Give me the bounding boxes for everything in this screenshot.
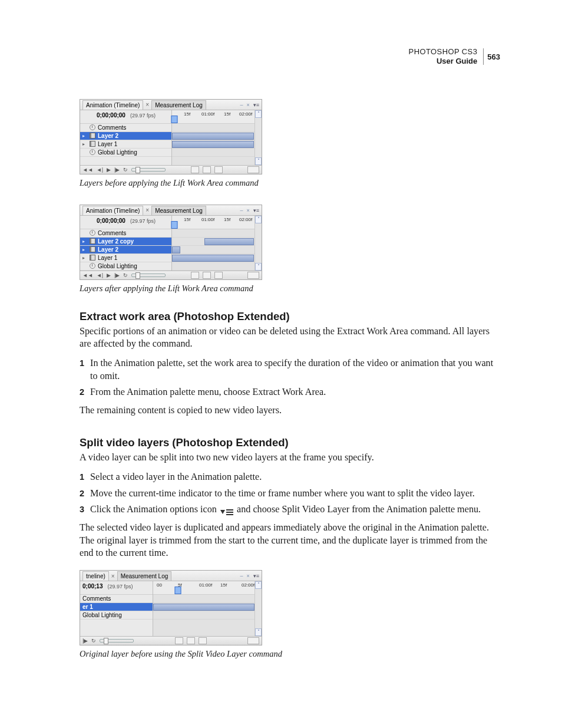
row-global-lighting[interactable]: Global Lighting bbox=[80, 611, 153, 620]
row-layer-1[interactable]: ▸ Layer 1 bbox=[80, 254, 171, 262]
track-layer-1[interactable] bbox=[172, 254, 254, 262]
trash-icon[interactable] bbox=[214, 272, 223, 279]
track-layer-2[interactable] bbox=[172, 132, 254, 140]
page-header: PHOTOSHOP CS3 User Guide 563 bbox=[80, 47, 500, 67]
window-minimize-icon[interactable]: – bbox=[239, 207, 244, 213]
row-global-lighting[interactable]: Global Lighting bbox=[80, 262, 171, 271]
track-layer-1[interactable] bbox=[153, 603, 254, 611]
trash-icon[interactable] bbox=[214, 166, 223, 173]
clip-layer-2[interactable] bbox=[172, 246, 180, 253]
play-icon[interactable]: ▶ bbox=[107, 272, 111, 278]
track-layer-2-copy[interactable] bbox=[172, 238, 254, 246]
row-layer-1[interactable]: er 1 bbox=[80, 603, 153, 611]
tab-animation-timeline[interactable]: Animation (Timeline) bbox=[82, 206, 143, 215]
clip-layer-1[interactable] bbox=[153, 604, 254, 611]
track-comments bbox=[172, 229, 254, 238]
window-minimize-icon[interactable]: – bbox=[239, 573, 244, 579]
tab-close-icon[interactable]: × bbox=[109, 573, 117, 579]
step-forward-icon[interactable]: |▶ bbox=[114, 167, 120, 173]
ruler-tick: 15f bbox=[184, 217, 190, 222]
panel-menu-icon[interactable]: ▾≡ bbox=[252, 207, 260, 213]
toolbar-button[interactable] bbox=[191, 166, 199, 173]
zoom-slider[interactable] bbox=[131, 168, 166, 172]
toolbar-button[interactable] bbox=[203, 166, 211, 173]
playhead[interactable] bbox=[171, 221, 178, 229]
row-layer-2[interactable]: ▸ Layer 2 bbox=[80, 132, 171, 140]
trash-icon[interactable] bbox=[199, 637, 207, 644]
loop-icon[interactable]: ↻ bbox=[123, 272, 128, 278]
tab-measurement-log[interactable]: Measurement Log bbox=[151, 206, 206, 215]
convert-to-frame-icon[interactable] bbox=[247, 166, 259, 173]
current-time-display: 0;00;00;00 (29.97 fps) bbox=[80, 216, 171, 229]
toolbar-button[interactable] bbox=[191, 272, 199, 279]
row-layer-2[interactable]: ▸ Layer 2 bbox=[80, 246, 171, 254]
steps-list: 1Select a video layer in the Animation p… bbox=[80, 471, 500, 516]
row-global-lighting[interactable]: Global Lighting bbox=[80, 149, 171, 157]
clip-layer-1[interactable] bbox=[172, 141, 254, 148]
row-comments[interactable]: Comments bbox=[80, 595, 153, 603]
window-close-icon[interactable]: × bbox=[245, 573, 250, 579]
step-forward-icon[interactable]: |▶ bbox=[114, 272, 120, 278]
ruler-tick: 15f bbox=[224, 111, 230, 117]
heading-split-video-layers: Split video layers (Photoshop Extended) bbox=[80, 436, 500, 449]
figure-caption: Layers after applying the Lift Work Area… bbox=[80, 284, 500, 294]
step-forward-icon[interactable]: |▶ bbox=[82, 638, 88, 644]
tab-measurement-log[interactable]: Measurement Log bbox=[117, 571, 172, 581]
window-close-icon[interactable]: × bbox=[245, 207, 250, 213]
toolbar-button[interactable] bbox=[187, 637, 195, 644]
row-comments[interactable]: Comments bbox=[80, 229, 171, 238]
film-icon bbox=[90, 238, 95, 244]
scroll-down-icon[interactable]: ˅ bbox=[255, 263, 262, 271]
track-global-lighting bbox=[172, 262, 254, 271]
window-close-icon[interactable]: × bbox=[245, 102, 250, 108]
scroll-up-icon[interactable]: ˄ bbox=[255, 581, 262, 589]
panel-toolbar: |▶ ↻ bbox=[80, 636, 262, 645]
scroll-down-icon[interactable]: ˅ bbox=[255, 157, 262, 165]
step-back-icon[interactable]: ◄| bbox=[97, 272, 103, 278]
scroll-down-icon[interactable]: ˅ bbox=[255, 628, 262, 636]
tab-measurement-log[interactable]: Measurement Log bbox=[151, 100, 206, 110]
panel-menu-icon[interactable]: ▾≡ bbox=[252, 573, 260, 579]
clip-layer-2-copy[interactable] bbox=[204, 238, 254, 245]
rewind-icon[interactable]: ◄◄ bbox=[82, 272, 93, 278]
figure-split-before: tneline) × Measurement Log – × ▾≡ 0;00;1… bbox=[80, 570, 500, 659]
loop-icon[interactable]: ↻ bbox=[123, 167, 128, 173]
timeline-ruler[interactable]: 15f 01:00f 15f 02:00f bbox=[172, 216, 254, 229]
clip-layer-1[interactable] bbox=[172, 255, 254, 262]
track-layer-2[interactable] bbox=[172, 246, 254, 254]
ruler-tick: 15f bbox=[184, 111, 190, 117]
timeline-ruler[interactable]: 00 5f 01:00f 15f 02:00f bbox=[153, 581, 254, 595]
scrollbar-vertical[interactable]: ˄ ˅ bbox=[254, 216, 262, 271]
tab-animation-timeline[interactable]: tneline) bbox=[82, 571, 109, 581]
playhead[interactable] bbox=[171, 116, 178, 123]
step-back-icon[interactable]: ◄| bbox=[97, 167, 103, 173]
toolbar-button[interactable] bbox=[175, 637, 183, 644]
zoom-slider[interactable] bbox=[131, 274, 166, 277]
clip-layer-2[interactable] bbox=[172, 133, 254, 140]
zoom-slider[interactable] bbox=[100, 639, 134, 643]
row-layer-1[interactable]: ▸ Layer 1 bbox=[80, 140, 171, 149]
tab-close-icon[interactable]: × bbox=[143, 101, 151, 108]
panel-menu-icon[interactable]: ▾≡ bbox=[252, 102, 260, 108]
track-comments bbox=[153, 595, 254, 603]
ruler-tick: 01:00f bbox=[199, 582, 212, 588]
row-layer-2-copy[interactable]: ▸ Layer 2 copy bbox=[80, 238, 171, 246]
loop-icon[interactable]: ↻ bbox=[91, 638, 96, 644]
scrollbar-vertical[interactable]: ˄ ˅ bbox=[254, 110, 262, 165]
convert-to-frame-icon[interactable] bbox=[247, 637, 259, 644]
toolbar-button[interactable] bbox=[203, 272, 211, 279]
scrollbar-vertical[interactable]: ˄ ˅ bbox=[254, 581, 262, 636]
tab-animation-timeline[interactable]: Animation (Timeline) bbox=[82, 100, 143, 110]
rewind-icon[interactable]: ◄◄ bbox=[82, 167, 93, 173]
window-minimize-icon[interactable]: – bbox=[239, 102, 244, 108]
step-2: 2Move the current-time indicator to the … bbox=[80, 487, 500, 500]
scroll-up-icon[interactable]: ˄ bbox=[255, 110, 262, 118]
play-icon[interactable]: ▶ bbox=[107, 167, 111, 173]
tab-close-icon[interactable]: × bbox=[143, 207, 151, 213]
convert-to-frame-icon[interactable] bbox=[247, 272, 259, 279]
step-3: 3 Click the Animation options icon and c… bbox=[80, 503, 500, 516]
timeline-ruler[interactable]: 15f 01:00f 15f 02:00f bbox=[172, 110, 254, 124]
scroll-up-icon[interactable]: ˄ bbox=[255, 216, 262, 223]
row-comments[interactable]: Comments bbox=[80, 124, 171, 132]
track-layer-1[interactable] bbox=[172, 140, 254, 149]
